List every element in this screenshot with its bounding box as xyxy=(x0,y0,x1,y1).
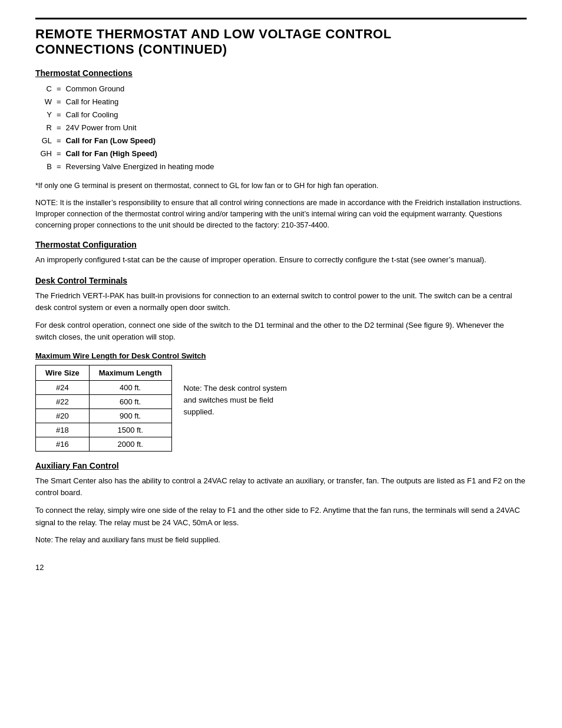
table-row: #20 900 ft. xyxy=(36,409,172,423)
table-header-length: Maximum Length xyxy=(89,365,171,381)
list-item: GH = Call for Fan (High Speed) xyxy=(35,147,527,160)
max-length: 400 ft. xyxy=(89,381,171,395)
list-item: GL = Call for Fan (Low Speed) xyxy=(35,134,527,147)
conn-val: Call for Fan (Low Speed) xyxy=(66,134,156,147)
wire-size: #24 xyxy=(36,381,90,395)
table-note: Note: The desk control system and switch… xyxy=(184,383,302,418)
conn-key: W xyxy=(35,95,52,108)
max-length: 1500 ft. xyxy=(89,423,171,437)
conn-key: GH xyxy=(35,147,52,160)
conn-val: Reversing Valve Energized in heating mod… xyxy=(66,160,214,173)
desk-control-heading: Desk Control Terminals xyxy=(35,276,527,285)
conn-key: C xyxy=(35,83,52,95)
conn-key: R xyxy=(35,121,52,134)
wire-size: #20 xyxy=(36,409,90,423)
thermostat-connections-heading: Thermostat Connections xyxy=(35,68,527,78)
wire-table-heading: Maximum Wire Length for Desk Control Swi… xyxy=(35,351,527,360)
table-row: #18 1500 ft. xyxy=(36,423,172,437)
conn-eq: = xyxy=(57,134,61,147)
table-row: #16 2000 ft. xyxy=(36,437,172,452)
desk-control-body1: The Friedrich VERT-I-PAK has built-in pr… xyxy=(35,290,527,314)
max-length: 900 ft. xyxy=(89,409,171,423)
page-number: 12 xyxy=(35,563,527,572)
list-item: R = 24V Power from Unit xyxy=(35,121,527,134)
table-container: Wire Size Maximum Length #24 400 ft. #22… xyxy=(35,365,527,452)
list-item: Y = Call for Cooling xyxy=(35,108,527,121)
thermostat-config-heading: Thermostat Configuration xyxy=(35,240,527,249)
conn-eq: = xyxy=(57,108,61,121)
conn-eq: = xyxy=(57,160,61,173)
conn-eq: = xyxy=(57,121,61,134)
wire-size: #22 xyxy=(36,395,90,409)
page-title: REMOTE THERMOSTAT AND LOW VOLTAGE CONTRO… xyxy=(35,27,527,58)
max-length: 2000 ft. xyxy=(89,437,171,452)
table-row: #24 400 ft. xyxy=(36,381,172,395)
max-length: 600 ft. xyxy=(89,395,171,409)
conn-key: B xyxy=(35,160,52,173)
connections-note: NOTE: It is the installer’s responsibili… xyxy=(35,197,527,230)
conn-val: 24V Power from Unit xyxy=(66,121,137,134)
conn-val: Call for Cooling xyxy=(66,108,118,121)
conn-eq: = xyxy=(57,83,61,95)
conn-eq: = xyxy=(57,95,61,108)
conn-key: GL xyxy=(35,134,52,147)
conn-key: Y xyxy=(35,108,52,121)
aux-fan-body2: To connect the relay, simply wire one si… xyxy=(35,505,527,528)
table-header-wire: Wire Size xyxy=(36,365,90,381)
top-border xyxy=(35,18,527,19)
connections-list: C = Common Ground W = Call for Heating Y… xyxy=(35,83,527,174)
list-item: B = Reversing Valve Energized in heating… xyxy=(35,160,527,173)
aux-fan-body1: The Smart Center also has the ability to… xyxy=(35,475,527,499)
desk-control-body2: For desk control operation, connect one … xyxy=(35,319,527,343)
aux-fan-heading: Auxiliary Fan Control xyxy=(35,461,527,470)
wire-size: #16 xyxy=(36,437,90,452)
conn-val: Call for Fan (High Speed) xyxy=(66,147,157,160)
conn-val: Call for Heating xyxy=(66,95,119,108)
wire-size: #18 xyxy=(36,423,90,437)
conn-val: Common Ground xyxy=(66,83,125,95)
list-item: C = Common Ground xyxy=(35,83,527,95)
connections-footnote: *If only one G terminal is present on th… xyxy=(35,180,527,192)
wire-table: Wire Size Maximum Length #24 400 ft. #22… xyxy=(35,365,172,452)
table-row: #22 600 ft. xyxy=(36,395,172,409)
list-item: W = Call for Heating xyxy=(35,95,527,108)
thermostat-config-body: An improperly configured t-stat can be t… xyxy=(35,254,527,266)
aux-fan-note: Note: The relay and auxiliary fans must … xyxy=(35,535,527,546)
conn-eq: = xyxy=(57,147,61,160)
